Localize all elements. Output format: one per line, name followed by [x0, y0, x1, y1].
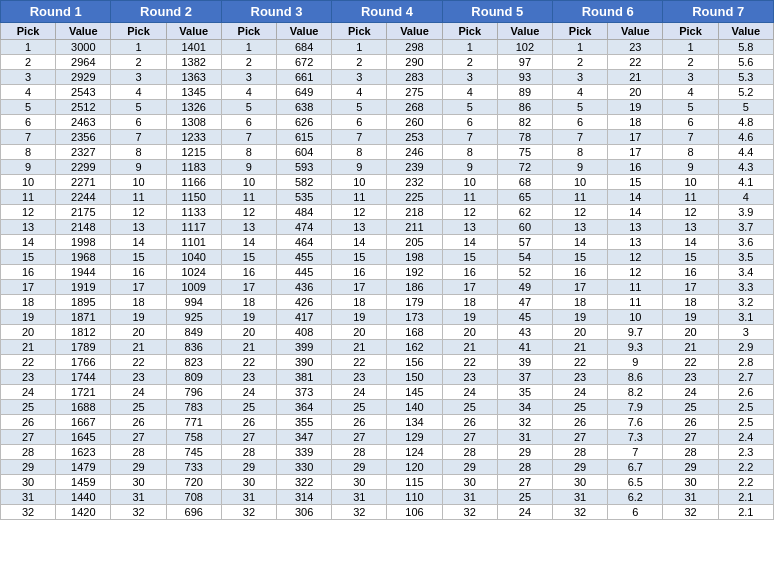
- table-cell: 24: [332, 385, 387, 400]
- table-cell: 5.2: [718, 85, 773, 100]
- round1-header: Round 1: [1, 1, 111, 23]
- table-cell: 1401: [166, 40, 221, 55]
- main-container: Round 1 Round 2 Round 3 Round 4 Round 5 …: [0, 0, 774, 520]
- table-cell: 6: [553, 115, 608, 130]
- draft-table: Round 1 Round 2 Round 3 Round 4 Round 5 …: [0, 0, 774, 520]
- table-cell: 115: [387, 475, 442, 490]
- table-cell: 10: [221, 175, 276, 190]
- table-cell: 2175: [56, 205, 111, 220]
- table-cell: 82: [497, 115, 552, 130]
- table-cell: 3.2: [718, 295, 773, 310]
- table-cell: 4.6: [718, 130, 773, 145]
- table-cell: 4: [442, 85, 497, 100]
- table-row: 22964213822672229029722225.6: [1, 55, 774, 70]
- table-cell: 339: [277, 445, 332, 460]
- table-row: 2914792973329330291202928296.7292.2: [1, 460, 774, 475]
- table-cell: 2: [221, 55, 276, 70]
- table-cell: 29: [553, 460, 608, 475]
- table-cell: 7: [553, 130, 608, 145]
- table-cell: 2.6: [718, 385, 773, 400]
- table-cell: 186: [387, 280, 442, 295]
- table-cell: 5.6: [718, 55, 773, 70]
- table-cell: 27: [497, 475, 552, 490]
- table-cell: 28: [553, 445, 608, 460]
- table-cell: 21: [553, 340, 608, 355]
- table-cell: 26: [221, 415, 276, 430]
- table-row: 132148131117134741321113601313133.7: [1, 220, 774, 235]
- table-cell: 20: [608, 85, 663, 100]
- table-cell: 162: [387, 340, 442, 355]
- table-cell: 3.3: [718, 280, 773, 295]
- table-cell: 31: [221, 490, 276, 505]
- table-cell: 10: [111, 175, 166, 190]
- table-cell: 464: [277, 235, 332, 250]
- round3-header: Round 3: [221, 1, 331, 23]
- table-cell: 218: [387, 205, 442, 220]
- table-row: 2716452775827347271292731277.3272.4: [1, 430, 774, 445]
- table-cell: 168: [387, 325, 442, 340]
- table-cell: 2: [442, 55, 497, 70]
- table-cell: 268: [387, 100, 442, 115]
- table-cell: 30: [442, 475, 497, 490]
- table-cell: 322: [277, 475, 332, 490]
- table-cell: 29: [497, 445, 552, 460]
- table-cell: 16: [111, 265, 166, 280]
- table-cell: 24: [442, 385, 497, 400]
- table-row: 161944161024164451619216521612163.4: [1, 265, 774, 280]
- table-cell: 120: [387, 460, 442, 475]
- table-row: 2018122084920408201682043209.7203: [1, 325, 774, 340]
- table-cell: 21: [442, 340, 497, 355]
- table-cell: 1117: [166, 220, 221, 235]
- table-cell: 18: [553, 295, 608, 310]
- table-cell: 1308: [166, 115, 221, 130]
- table-cell: 14: [1, 235, 56, 250]
- round4-header: Round 4: [332, 1, 442, 23]
- r1-value-header: Value: [56, 23, 111, 40]
- r7-pick-header: Pick: [663, 23, 718, 40]
- table-cell: 355: [277, 415, 332, 430]
- table-cell: 27: [442, 430, 497, 445]
- table-cell: 32: [221, 505, 276, 520]
- table-cell: 11: [332, 190, 387, 205]
- table-cell: 26: [663, 415, 718, 430]
- table-cell: 20: [442, 325, 497, 340]
- table-cell: 19: [221, 310, 276, 325]
- table-cell: 28: [332, 445, 387, 460]
- table-cell: 13: [111, 220, 166, 235]
- table-cell: 2.3: [718, 445, 773, 460]
- table-cell: 25: [497, 490, 552, 505]
- table-cell: 347: [277, 430, 332, 445]
- table-cell: 23: [553, 370, 608, 385]
- table-cell: 13: [1, 220, 56, 235]
- table-cell: 68: [497, 175, 552, 190]
- table-cell: 25: [553, 400, 608, 415]
- table-cell: 89: [497, 85, 552, 100]
- table-cell: 20: [221, 325, 276, 340]
- table-cell: 27: [221, 430, 276, 445]
- table-cell: 661: [277, 70, 332, 85]
- table-cell: 23: [332, 370, 387, 385]
- table-cell: 1789: [56, 340, 111, 355]
- table-cell: 1166: [166, 175, 221, 190]
- table-cell: 7.9: [608, 400, 663, 415]
- table-cell: 52: [497, 265, 552, 280]
- table-cell: 28: [111, 445, 166, 460]
- table-row: 2217662282322390221562239229222.8: [1, 355, 774, 370]
- table-cell: 19: [111, 310, 166, 325]
- table-cell: 11: [608, 280, 663, 295]
- table-row: 2616672677126355261342632267.6262.5: [1, 415, 774, 430]
- table-cell: 2512: [56, 100, 111, 115]
- table-cell: 18: [1, 295, 56, 310]
- table-cell: 17: [663, 280, 718, 295]
- table-cell: 16: [553, 265, 608, 280]
- table-cell: 8: [111, 145, 166, 160]
- table-cell: 9: [332, 160, 387, 175]
- table-cell: 2.1: [718, 505, 773, 520]
- table-row: 171919171009174361718617491711173.3: [1, 280, 774, 295]
- table-cell: 24: [1, 385, 56, 400]
- table-cell: 8: [1, 145, 56, 160]
- table-cell: 3: [553, 70, 608, 85]
- table-cell: 582: [277, 175, 332, 190]
- table-cell: 93: [497, 70, 552, 85]
- table-cell: 399: [277, 340, 332, 355]
